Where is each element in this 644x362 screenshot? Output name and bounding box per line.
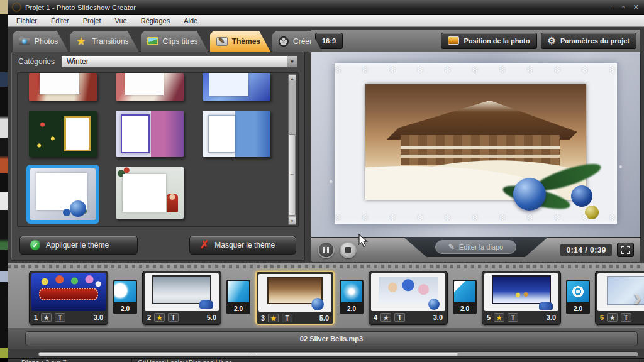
- category-value: Winter: [67, 57, 89, 66]
- category-dropdown[interactable]: Winter: [61, 55, 292, 68]
- background-video-strip: [0, 0, 8, 362]
- apply-theme-button[interactable]: ✓ Appliquer le thème: [19, 236, 138, 255]
- transition-duration: 2.0: [340, 304, 364, 314]
- text-badge-icon: T: [508, 313, 518, 322]
- minimize-button[interactable]: –: [609, 4, 613, 11]
- themes-panel: PhotosTransitionsClips titresThèmesCréer…: [8, 27, 308, 263]
- timeline-slide-2[interactable]: 2★T5.0: [142, 271, 221, 325]
- aspect-ratio-button[interactable]: 16:9: [315, 33, 343, 49]
- workspace: PhotosTransitionsClips titresThèmesCréer…: [8, 27, 644, 263]
- edit-slide-notch: ✎ Éditer la diapo: [404, 237, 548, 257]
- timeline-slide-3[interactable]: 3★T5.0: [255, 271, 335, 325]
- chalet-roof: [379, 101, 577, 140]
- timeline-slide-1[interactable]: 1★T3.0: [29, 271, 108, 325]
- star-badge-icon: ★: [494, 313, 504, 322]
- slide-preview: [311, 52, 641, 238]
- timeline-scrollbar[interactable]: [38, 351, 639, 357]
- stop-button[interactable]: [340, 241, 357, 258]
- theme-thumbnail-santa-snowman[interactable]: [29, 73, 97, 101]
- scroll-down-icon[interactable]: ▼: [289, 217, 296, 224]
- timeline-transition[interactable]: 2.0: [113, 280, 137, 314]
- theme-thumbnail-duck-winter[interactable]: [203, 111, 270, 157]
- preview-panel: 16:9 Position de la photo ⚙ Paramètres d…: [308, 27, 644, 263]
- ornaments-decoration: [496, 164, 609, 221]
- pause-icon: [323, 247, 329, 253]
- text-badge-icon: T: [55, 313, 65, 322]
- app-window: Projet 1 - Photo Slideshow Creator – ▫ ✕…: [8, 0, 644, 362]
- audio-track-row: 02 Silver Bells.mp3: [8, 328, 644, 349]
- theme-thumbnail-blue-snowflake[interactable]: [203, 73, 270, 101]
- maximize-button[interactable]: ▫: [622, 4, 625, 11]
- pause-button[interactable]: [318, 241, 335, 258]
- resize-grip-icon: ⋰: [636, 359, 642, 362]
- audio-track[interactable]: 02 Silver Bells.mp3: [25, 331, 638, 346]
- timeline-transition[interactable]: 2.0: [453, 280, 477, 314]
- timeline-scroll-right-icon[interactable]: ›: [633, 285, 641, 310]
- menu-fichier[interactable]: Fichier: [16, 17, 37, 25]
- transition-circle-icon: [566, 280, 590, 304]
- app-icon: [13, 3, 21, 11]
- fullscreen-button[interactable]: [617, 243, 634, 257]
- tab-themes[interactable]: Thèmes: [210, 31, 270, 52]
- transition-duration: 2.0: [453, 304, 477, 314]
- theme-thumbnail-santa-gifts[interactable]: [116, 73, 184, 101]
- project-settings-button[interactable]: ⚙ Paramètres du projet: [541, 33, 637, 49]
- theme-thumbnail-silver-ornaments[interactable]: [30, 168, 96, 220]
- slide-duration: 3.0: [94, 314, 103, 321]
- preview-toolbar: 16:9 Position de la photo ⚙ Paramètres d…: [311, 29, 641, 52]
- star-icon: ★: [157, 314, 162, 321]
- timeline-transition[interactable]: 2.0: [340, 280, 364, 314]
- hide-theme-button[interactable]: ✗ Masquer le thème: [189, 236, 296, 255]
- slide-badges: 1★T3.0: [31, 311, 106, 324]
- titlebar: Projet 1 - Photo Slideshow Creator – ▫ ✕: [8, 0, 644, 15]
- gear-icon: ⚙: [548, 36, 556, 45]
- theme-thumbnail-xmas-tree[interactable]: [29, 111, 97, 157]
- text-badge-icon: T: [621, 313, 631, 322]
- slide-thumbnail: [371, 273, 445, 311]
- timeline-transition[interactable]: 2.0: [566, 280, 590, 314]
- timeline: 1★T3.02.02★T5.02.03★T5.02.04★T3.02.05★T3…: [8, 263, 644, 328]
- menu-aide[interactable]: Aide: [184, 17, 197, 25]
- theme-grid-scrollbar[interactable]: ▲ ▼: [288, 74, 296, 225]
- fullscreen-icon: [621, 246, 630, 254]
- scrollbar-thumb[interactable]: [289, 134, 296, 216]
- edit-slide-button[interactable]: ✎ Éditer la diapo: [435, 240, 516, 254]
- theme-frame: [335, 63, 618, 224]
- close-button[interactable]: ✕: [633, 4, 639, 11]
- theme-thumbnail-garland-santa[interactable]: [116, 167, 184, 219]
- transition-duration: 2.0: [113, 304, 137, 314]
- dropdown-arrow-icon[interactable]: ▼: [287, 55, 297, 68]
- star-badge-icon: ★: [41, 313, 52, 322]
- slide-duration: 3.0: [433, 314, 443, 321]
- menu-projet[interactable]: Projet: [83, 17, 101, 25]
- star-icon: ★: [383, 314, 389, 321]
- theme-thumbnail-pooh-winter[interactable]: [116, 111, 184, 157]
- timeline-slide-4[interactable]: 4★T3.0: [369, 271, 448, 325]
- brush-icon: [216, 37, 228, 46]
- star-badge-icon: ★: [154, 313, 165, 322]
- menu-editer[interactable]: Éditer: [51, 17, 69, 25]
- star-icon: ★: [270, 315, 276, 322]
- tab-clips-titres[interactable]: Clips titres: [141, 31, 208, 52]
- timeline-slide-5[interactable]: 5★T3.0: [482, 271, 561, 325]
- menu-bar: FichierÉditerProjetVueRéglagesAide: [8, 15, 644, 27]
- timeline-scrollbar-thumb[interactable]: [38, 352, 458, 356]
- text-badge-icon: T: [282, 314, 292, 322]
- slide-number: 6: [600, 314, 604, 321]
- tab-transitions[interactable]: Transitions: [70, 31, 138, 52]
- photo-position-button[interactable]: Position de la photo: [441, 33, 536, 49]
- menu-reglages[interactable]: Réglages: [141, 17, 170, 25]
- slide-thumbnail: [31, 273, 106, 311]
- tab-photos[interactable]: Photos: [13, 31, 68, 52]
- scroll-up-icon[interactable]: ▲: [289, 75, 296, 82]
- text-badge-icon: T: [168, 313, 179, 322]
- slide-number: 4: [374, 314, 377, 321]
- menu-vue[interactable]: Vue: [115, 17, 127, 25]
- transition-starburst-icon: [340, 280, 364, 304]
- theme-grid: ▲ ▼: [17, 72, 299, 227]
- star-badge-icon: ★: [268, 314, 279, 322]
- star-icon: ★: [609, 314, 615, 321]
- timeline-transition[interactable]: 2.0: [226, 280, 250, 314]
- screen: Projet 1 - Photo Slideshow Creator – ▫ ✕…: [0, 0, 644, 362]
- slide-duration: 5.0: [319, 314, 329, 322]
